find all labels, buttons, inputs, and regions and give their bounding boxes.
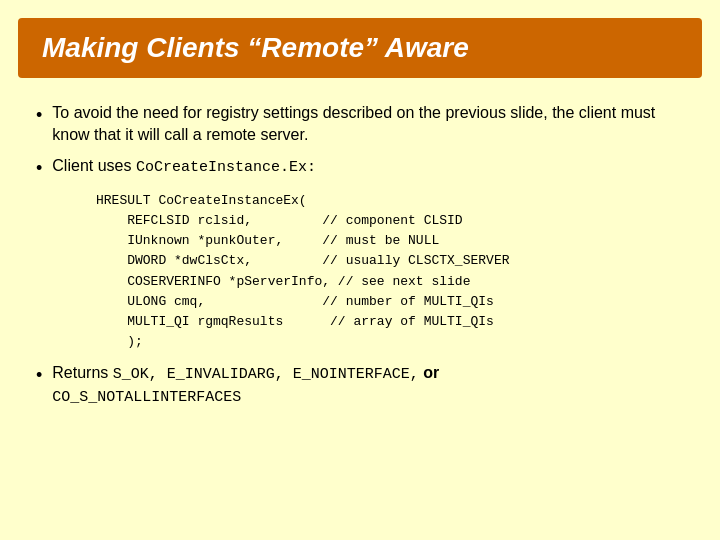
code-block: HRESULT CoCreateInstanceEx( REFCLSID rcl… [96, 191, 684, 352]
code-param: IUnknown *punkOuter, [96, 231, 322, 251]
slide-title: Making Clients “Remote” Aware [42, 32, 678, 64]
returns-bullet: • Returns S_OK, E_INVALIDARG, E_NOINTERF… [36, 362, 684, 408]
code-param: COSERVERINFO *pServerInfo, [96, 272, 330, 292]
slide: Making Clients “Remote” Aware • To avoid… [0, 0, 720, 540]
bullet-icon: • [36, 103, 42, 128]
bullet1-text: To avoid the need for registry settings … [52, 102, 684, 147]
code-line-1: REFCLSID rclsid, // component CLSID [96, 211, 684, 231]
code-param: REFCLSID rclsid, [96, 211, 322, 231]
code-param: DWORD *dwClsCtx, [96, 251, 322, 271]
code-line-6: MULTI_QI rgmqResults // array of MULTI_Q… [96, 312, 684, 332]
bullet-icon: • [36, 156, 42, 181]
code-param: ULONG cmq, [96, 292, 322, 312]
slide-content: • To avoid the need for registry setting… [0, 78, 720, 540]
bullet-list: • To avoid the need for registry setting… [36, 102, 684, 181]
code-comment: // component CLSID [322, 211, 462, 231]
code-line-5: ULONG cmq, // number of MULTI_QIs [96, 292, 684, 312]
code-line-3: DWORD *dwClsCtx, // usually CLSCTX_SERVE… [96, 251, 684, 271]
code-comment: // array of MULTI_QIs [330, 312, 494, 332]
code-comment: // usually CLSCTX_SERVER [322, 251, 509, 271]
returns-text: Returns S_OK, E_INVALIDARG, E_NOINTERFAC… [52, 362, 439, 408]
code-header: HRESULT CoCreateInstanceEx( [96, 191, 684, 211]
code-comment: // see next slide [330, 272, 470, 292]
list-item: • To avoid the need for registry setting… [36, 102, 684, 147]
code-comment: // number of MULTI_QIs [322, 292, 494, 312]
list-item: • Client uses CoCreateInstance.Ex: [36, 155, 684, 181]
code-line-2: IUnknown *punkOuter, // must be NULL [96, 231, 684, 251]
bullet-icon: • [36, 363, 42, 388]
code-line-4: COSERVERINFO *pServerInfo, // see next s… [96, 272, 684, 292]
code-param: MULTI_QI rgmqResults [96, 312, 330, 332]
code-comment: // must be NULL [322, 231, 439, 251]
title-bar: Making Clients “Remote” Aware [18, 18, 702, 78]
bullet2-text: Client uses CoCreateInstance.Ex: [52, 155, 316, 178]
code-footer: ); [96, 332, 684, 352]
